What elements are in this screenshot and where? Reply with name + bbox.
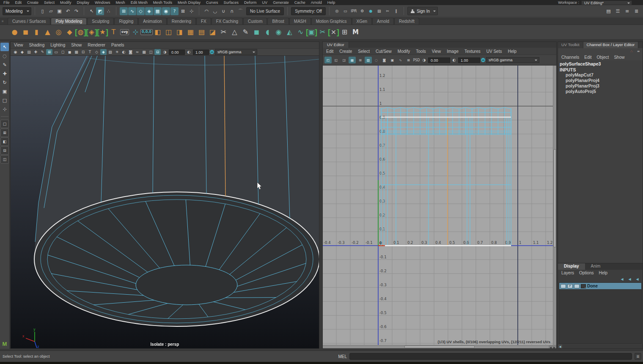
layer-menu-options[interactable]: Options	[579, 271, 594, 275]
layer-display-toggle[interactable]	[574, 284, 580, 288]
shelf-bevel-icon[interactable]: ◪	[207, 27, 218, 38]
menu-curves[interactable]: Curves	[206, 0, 218, 5]
shelf-type-icon[interactable]: T	[108, 27, 119, 38]
shelf-snap-origin-icon[interactable]: 0,0,0	[141, 27, 152, 38]
shelf-separate-icon[interactable]: ◨	[174, 27, 185, 38]
uv-image-icon[interactable]: ▣	[389, 57, 396, 63]
workspace-selector[interactable]: UV Editing*	[581, 0, 632, 5]
menu-display[interactable]: Display	[77, 0, 90, 5]
viewport-textured-icon[interactable]: ▨	[107, 49, 113, 55]
curve-snap-b-icon[interactable]: ◡	[211, 7, 219, 15]
menu-mesh[interactable]: Mesh	[116, 0, 125, 5]
snap-point-icon[interactable]: ◇	[137, 7, 145, 15]
viewport-bookmark-icon[interactable]: ◆	[19, 49, 25, 55]
shelf-tab-arnold[interactable]: Arnold	[372, 18, 394, 25]
symmetry-selector[interactable]: Symmetry: Off	[291, 7, 326, 15]
menu-create[interactable]: Create	[27, 0, 38, 5]
shelf-torus-icon[interactable]: ◎	[53, 27, 64, 38]
uv-menu-edit[interactable]: Edit	[326, 49, 333, 54]
shelf-tab-motion-graphics[interactable]: Motion Graphics	[311, 18, 352, 25]
menu-edit-mesh[interactable]: Edit Mesh	[131, 0, 148, 5]
shelf-tab-xgen[interactable]: XGen	[352, 18, 372, 25]
viewport-smooth-shade-icon[interactable]: ◈	[100, 49, 107, 55]
uv-menu-image[interactable]: Image	[447, 49, 459, 54]
render-settings-icon[interactable]: ⚙	[358, 7, 366, 15]
viewport-screen-space-ao-icon[interactable]: ◙	[127, 49, 134, 55]
select-component-icon[interactable]: ∴	[104, 7, 113, 15]
snap-view-plane-icon[interactable]: ▦	[154, 7, 162, 15]
layer-scrollbar[interactable]: ◀	[558, 344, 643, 348]
uv-menu-select[interactable]: Select	[358, 49, 370, 54]
layout-split-left[interactable]: ◧	[0, 137, 9, 146]
tab-display-layers[interactable]: Display	[558, 263, 585, 270]
tab-anim-layers[interactable]: Anim	[585, 263, 607, 270]
uv-menu-help[interactable]: Help	[508, 49, 517, 54]
gamma-icon[interactable]: ◐	[186, 49, 192, 55]
shelf-circularize-icon[interactable]: ◉	[273, 27, 284, 38]
snap-curve-icon[interactable]: ∿	[128, 7, 136, 15]
layer-row-done[interactable]: P Done	[559, 283, 641, 289]
uv-view-transform-selector[interactable]: sRGB gamma	[486, 57, 539, 63]
uv-lattice-tool-icon[interactable]: ◰	[324, 57, 332, 63]
shelf-svg-icon[interactable]: svg	[119, 27, 130, 38]
menu-arnold[interactable]: Arnold	[311, 0, 322, 5]
select-hierarchy-icon[interactable]: ↖	[88, 7, 96, 15]
viewport-menu-renderer[interactable]: Renderer	[88, 43, 105, 47]
viewport-safe-action-icon[interactable]: ⊡	[80, 49, 86, 55]
uv-pixel-snap-icon[interactable]: ⊠	[405, 57, 412, 63]
menu-mesh-display[interactable]: Mesh Display	[178, 0, 201, 5]
uv-borders-icon[interactable]: ◌	[373, 57, 380, 63]
menu-file[interactable]: File	[3, 0, 10, 5]
menu-help[interactable]: Help	[327, 0, 335, 5]
channelbox-menu-channels[interactable]: Channels	[561, 55, 579, 60]
select-object-icon[interactable]: ◩	[96, 7, 104, 15]
make-live-icon[interactable]: ◉	[162, 7, 170, 15]
snap-help-icon[interactable]: ?	[170, 7, 179, 15]
menu-modify[interactable]: Modify	[60, 0, 71, 5]
layer-visibility-toggle[interactable]	[561, 284, 566, 288]
viewport-motion-blur-icon[interactable]: ≈	[134, 49, 140, 55]
uv-exposure-field[interactable]: 0.00	[428, 57, 450, 63]
open-scene-icon[interactable]: ▱	[47, 7, 55, 15]
viewport-menu-lighting[interactable]: Lighting	[50, 43, 65, 47]
undo-icon[interactable]: ↶	[64, 7, 72, 15]
channelbox-menu-object[interactable]: Object	[597, 55, 609, 60]
pause-viewport-icon[interactable]: ‖	[392, 7, 400, 15]
shelf-tab-poly-modeling[interactable]: Poly Modeling	[51, 18, 87, 25]
uv-move-tool-icon[interactable]: ◱	[332, 57, 340, 63]
mel-label[interactable]: MEL	[338, 354, 347, 359]
snap-grid-icon[interactable]: ⊞	[120, 7, 128, 15]
shelf-tab-rendering[interactable]: Rendering	[167, 18, 196, 25]
viewport-wireframe-icon[interactable]: ◇	[93, 49, 100, 55]
live-surface-field[interactable]: No Live Surface	[246, 7, 284, 15]
shelf-sphere-icon[interactable]: ●	[9, 27, 20, 38]
scale-tool[interactable]: ▣	[0, 87, 9, 96]
shelf-myscript-icon[interactable]: M	[350, 27, 361, 38]
channel-box-toggle-icon[interactable]: ≣	[632, 7, 640, 15]
rotate-tool[interactable]: ↻	[0, 78, 9, 87]
layer-menu-layers[interactable]: Layers	[561, 271, 574, 275]
redo-icon[interactable]: ↷	[72, 7, 80, 15]
shelf-cone-icon[interactable]: ▲	[42, 27, 53, 38]
shelf-uv-editor-icon[interactable]: ▣	[306, 27, 317, 38]
shelf-tab-curves-surfaces[interactable]: Curves / Surfaces	[8, 18, 50, 25]
shelf-extrude-icon[interactable]: ▤	[196, 27, 207, 38]
new-layer-icon[interactable]: ◀	[635, 276, 640, 282]
shelf-quad-draw-icon[interactable]: ✎	[240, 27, 251, 38]
uv-checker-icon[interactable]: ◙	[381, 57, 388, 63]
tool-settings-icon[interactable]: ☰	[614, 7, 622, 15]
scroll-right-icon[interactable]: ▶	[552, 345, 556, 348]
viewport-grease-pencil-icon[interactable]: ✎	[39, 49, 46, 55]
channel-box-object-name[interactable]: polySurfaceShape3	[560, 61, 643, 66]
viewport-resolution-gate-icon[interactable]: ◻	[60, 49, 66, 55]
layer-color-swatch[interactable]	[581, 284, 586, 288]
layer-menu-help[interactable]: Help	[599, 271, 607, 275]
sign-in-button[interactable]: Sign In	[407, 7, 438, 15]
uv-vertical-scrollbar[interactable]	[553, 66, 556, 345]
gamma-field[interactable]: 1.00	[193, 49, 209, 55]
menu-surfaces[interactable]: Surfaces	[224, 0, 239, 5]
viewport-gate-mask-icon[interactable]: ◼	[66, 49, 73, 55]
viewport-menu-show[interactable]: Show	[71, 43, 82, 47]
tab-channel-box[interactable]: Channel Box / Layer Editor	[583, 42, 639, 48]
tab-uv-toolkit[interactable]: UV Toolkit	[558, 42, 583, 48]
